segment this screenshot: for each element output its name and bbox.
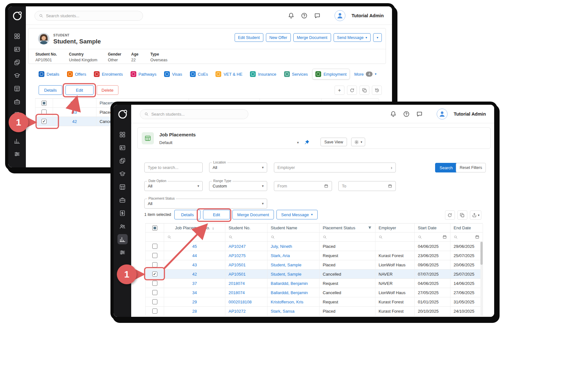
select-all-checkbox[interactable]: [41, 101, 47, 106]
from-date-input[interactable]: [277, 184, 324, 188]
job-placement-no-link[interactable]: 29: [192, 300, 197, 304]
id-cell[interactable]: 43: [53, 108, 96, 117]
global-search-input[interactable]: [151, 112, 244, 117]
tab-offers[interactable]: Offers: [64, 69, 89, 80]
scrollbar-thumb[interactable]: [480, 242, 483, 265]
student-name-cell[interactable]: Student, Sample: [268, 270, 320, 279]
tab-more[interactable]: More 4 ▾: [351, 69, 380, 80]
app-logo-icon[interactable]: [117, 109, 128, 120]
to-date-field[interactable]: [338, 181, 396, 191]
tab-coes[interactable]: CoEs: [187, 69, 211, 80]
export-button[interactable]: ▾: [470, 210, 481, 220]
student-name-cell[interactable]: Stark, Sansa: [268, 307, 320, 316]
placement-id-link[interactable]: 43: [72, 110, 77, 115]
job-placement-row-45[interactable]: 45AP10247July, NinethPlaced04/06/202529/…: [146, 242, 483, 251]
select-all-checkbox[interactable]: [152, 225, 157, 231]
sidebar-item-timetable[interactable]: [12, 83, 22, 94]
sidebar-item-placements[interactable]: [12, 136, 22, 146]
copy-button[interactable]: [359, 86, 369, 95]
quick-search-input[interactable]: [148, 165, 199, 170]
pin-icon[interactable]: [304, 139, 310, 146]
placement-id-link[interactable]: 42: [72, 119, 77, 124]
sidebar-item-agents[interactable]: [117, 221, 128, 231]
delete-button[interactable]: Delete: [97, 85, 118, 95]
job-placement-no-cell[interactable]: 44: [164, 251, 225, 260]
select-all-cell[interactable]: [146, 224, 164, 232]
student-name-link[interactable]: Student, Sample: [271, 263, 301, 267]
refresh-button[interactable]: [445, 210, 455, 220]
job-placement-no-cell[interactable]: 37: [164, 279, 225, 288]
tab-details[interactable]: Details: [35, 69, 63, 80]
student-no-cell[interactable]: AP10272: [225, 307, 268, 316]
details-button[interactable]: Details: [39, 85, 62, 95]
job-placement-row-37[interactable]: 372018074Ballarddd, BenjaminRequestNAVER…: [146, 279, 483, 288]
job-placement-no-link[interactable]: 37: [192, 281, 197, 286]
student-no-cell[interactable]: 0002018108: [225, 297, 268, 307]
tab-pathways[interactable]: Pathways: [127, 69, 160, 80]
edit-button[interactable]: Edit: [65, 85, 94, 95]
new-offer-button[interactable]: New Offer: [266, 33, 291, 42]
job-placement-no-link[interactable]: 28: [192, 309, 197, 314]
row-checkbox[interactable]: [152, 244, 157, 249]
row-checkbox[interactable]: [152, 290, 157, 295]
search-button[interactable]: Search: [435, 163, 457, 172]
search-filter-cell[interactable]: [450, 232, 483, 242]
job-placement-row-44[interactable]: 44AP10275Stark, AriaRequestKurast Forest…: [146, 251, 483, 260]
row-checkbox[interactable]: [152, 262, 157, 267]
job-placement-no-link[interactable]: 42: [192, 272, 197, 277]
student-no-link[interactable]: AP10272: [229, 309, 246, 314]
student-no-link[interactable]: 0002018108: [229, 300, 252, 304]
row-checkbox-cell[interactable]: [35, 108, 53, 117]
job-placement-row-43[interactable]: 43AP10501Student, SamplePlacedLionWolf H…: [146, 260, 483, 270]
send-message-button[interactable]: Send Message▾: [334, 33, 371, 42]
job-placement-row-34[interactable]: 342018074Ballarddd, BenjaminCancelledLio…: [146, 288, 483, 297]
app-logo-icon[interactable]: [12, 11, 23, 21]
row-checkbox[interactable]: [152, 253, 157, 258]
sidebar-item-finance[interactable]: [117, 208, 128, 218]
student-no-link[interactable]: AP10247: [229, 244, 246, 249]
notifications-icon[interactable]: [390, 110, 397, 118]
row-checkbox-cell[interactable]: [146, 260, 164, 270]
sidebar-item-students[interactable]: [117, 142, 128, 153]
sidebar-item-courses[interactable]: [117, 169, 128, 179]
global-search[interactable]: [34, 11, 143, 21]
avatar[interactable]: [437, 109, 448, 119]
notifications-icon[interactable]: [288, 12, 295, 19]
student-no-link[interactable]: AP10501: [229, 272, 246, 277]
row-checkbox[interactable]: ✓: [41, 119, 47, 124]
job-placement-no-link[interactable]: 45: [192, 244, 197, 249]
send-message-button[interactable]: Send Message▾: [276, 210, 318, 219]
student-name-cell[interactable]: Ballarddd, Benjamin: [268, 288, 320, 297]
table-scrollbar[interactable]: [480, 242, 483, 316]
history-button[interactable]: [372, 86, 382, 95]
student-name-cell[interactable]: Student, Sample: [268, 260, 320, 270]
student-name-cell[interactable]: July, Nineth: [268, 242, 320, 251]
tab-vet-he[interactable]: VET & HE: [212, 69, 245, 80]
student-name-link[interactable]: Stark, Sansa: [271, 309, 294, 314]
row-checkbox[interactable]: [152, 309, 157, 314]
row-checkbox-cell[interactable]: ✓: [146, 270, 164, 279]
row-checkbox[interactable]: [152, 281, 157, 286]
student-name-link[interactable]: Ballarddd, Benjamin: [271, 281, 308, 286]
add-button[interactable]: +: [335, 86, 344, 95]
save-view-button[interactable]: Save View: [320, 138, 347, 146]
search-filter-cell[interactable]: [320, 232, 375, 242]
student-no-cell[interactable]: AP10501: [225, 270, 268, 279]
id-cell[interactable]: 42: [53, 117, 96, 126]
row-checkbox-cell[interactable]: ✓: [35, 117, 53, 126]
col-start-date[interactable]: Start Date: [415, 224, 450, 232]
student-no-link[interactable]: 2018074: [229, 290, 245, 295]
search-filter-cell[interactable]: [164, 232, 225, 242]
filter-funnel-icon[interactable]: [368, 226, 372, 230]
student-name-link[interactable]: July, Nineth: [271, 244, 292, 249]
to-date-input[interactable]: [342, 184, 388, 188]
student-name-cell[interactable]: Kristofferson, Kris: [268, 297, 320, 307]
job-placement-row-29[interactable]: 290002018108Kristofferson, KrisRequestKu…: [146, 297, 483, 307]
student-no-cell[interactable]: 2018074: [225, 288, 268, 297]
col-employer[interactable]: Employer: [375, 224, 415, 232]
student-name-link[interactable]: Stark, Aria: [271, 253, 290, 258]
date-option-select[interactable]: Date Option All ▾: [144, 181, 203, 191]
search-filter-cell[interactable]: [415, 232, 450, 242]
copy-button[interactable]: [457, 210, 467, 220]
sidebar-item-dashboard[interactable]: [12, 31, 22, 41]
